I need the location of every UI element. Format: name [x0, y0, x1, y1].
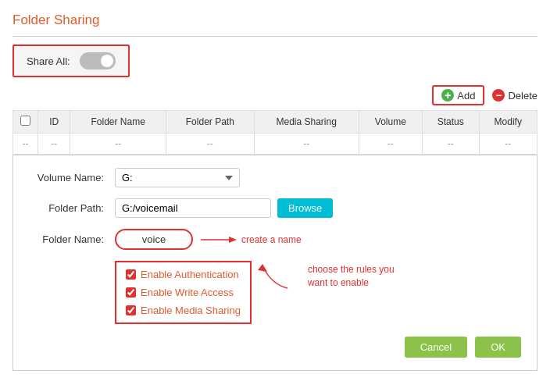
- enable-media-checkbox[interactable]: [126, 305, 136, 315]
- svg-marker-2: [258, 264, 267, 272]
- create-annotation: create a name: [199, 233, 302, 246]
- folder-name-row: Folder Name: create a name: [29, 229, 521, 250]
- enable-auth-label: Enable Authentication: [141, 269, 239, 280]
- checkbox-section: Enable Authentication Enable Write Acces…: [115, 261, 252, 324]
- ok-button[interactable]: OK: [475, 337, 521, 358]
- volume-label: Volume Name:: [29, 172, 115, 184]
- share-all-section: Share All:: [12, 45, 130, 77]
- cell-modify: --: [479, 134, 538, 155]
- col-checkbox[interactable]: [13, 111, 38, 134]
- cell-media: --: [254, 134, 359, 155]
- cell-folder-name: --: [70, 134, 166, 155]
- form-panel: Volume Name: G: Folder Path: Browse Fold…: [12, 155, 538, 371]
- enable-write-checkbox[interactable]: [126, 287, 136, 298]
- share-all-label: Share All:: [27, 55, 70, 67]
- col-folder-name: Folder Name: [70, 111, 166, 134]
- add-icon: +: [441, 89, 454, 102]
- col-id: ID: [38, 111, 70, 134]
- add-label: Add: [457, 90, 475, 102]
- folder-path-input[interactable]: [115, 198, 271, 218]
- arrow-icon: [199, 233, 237, 246]
- table-body: -- -- -- -- -- -- -- --: [13, 134, 538, 155]
- add-button[interactable]: + Add: [432, 85, 484, 105]
- folder-table: ID Folder Name Folder Path Media Sharing…: [12, 110, 538, 155]
- delete-label: Delete: [508, 90, 538, 102]
- col-modify: Modify: [479, 111, 538, 134]
- table-header: ID Folder Name Folder Path Media Sharing…: [13, 111, 538, 134]
- toolbar: + Add − Delete: [12, 85, 538, 105]
- volume-row: Volume Name: G:: [29, 168, 521, 187]
- volume-select[interactable]: G:: [115, 168, 240, 187]
- col-folder-path: Folder Path: [166, 111, 254, 134]
- share-all-toggle[interactable]: [80, 52, 116, 69]
- create-text: create a name: [241, 234, 302, 245]
- enable-write-label: Enable Write Access: [141, 287, 234, 298]
- select-all-checkbox[interactable]: [20, 116, 30, 126]
- enable-auth-checkbox[interactable]: [126, 269, 136, 280]
- form-footer: Cancel OK: [29, 337, 521, 358]
- cancel-button[interactable]: Cancel: [405, 337, 467, 358]
- enable-auth-row: Enable Authentication: [126, 269, 241, 280]
- col-media-sharing: Media Sharing: [254, 111, 359, 134]
- rules-arrow-icon: [256, 261, 295, 292]
- folder-path-group: Browse: [115, 198, 521, 218]
- delete-button[interactable]: − Delete: [492, 89, 538, 102]
- folder-name-label: Folder Name:: [29, 233, 115, 245]
- col-volume: Volume: [359, 111, 422, 134]
- cell-empty: --: [13, 134, 38, 155]
- rules-annotation-wrapper: choose the rules you want to enable: [256, 261, 409, 292]
- folder-path-row: Folder Path: Browse: [29, 198, 521, 218]
- checkboxes-row: Enable Authentication Enable Write Acces…: [29, 261, 521, 324]
- browse-button[interactable]: Browse: [277, 198, 333, 218]
- delete-icon: −: [492, 89, 505, 102]
- cell-volume: --: [359, 134, 422, 155]
- folder-path-label: Folder Path:: [29, 202, 115, 214]
- cell-status: --: [422, 134, 479, 155]
- volume-control: G:: [115, 168, 521, 187]
- cell-id: --: [38, 134, 70, 155]
- title-divider: [12, 36, 538, 37]
- cell-folder-path: --: [166, 134, 254, 155]
- svg-marker-1: [229, 237, 237, 243]
- checkboxes-group: Enable Authentication Enable Write Acces…: [115, 261, 521, 324]
- col-status: Status: [422, 111, 479, 134]
- table-row: -- -- -- -- -- -- -- --: [13, 134, 538, 155]
- folder-name-group: create a name: [115, 229, 521, 250]
- folder-name-input[interactable]: [115, 229, 193, 250]
- enable-media-label: Enable Media Sharing: [141, 305, 241, 316]
- rules-annotation-text: choose the rules you want to enable: [308, 263, 409, 290]
- table-header-row: ID Folder Name Folder Path Media Sharing…: [13, 111, 538, 134]
- enable-write-row: Enable Write Access: [126, 287, 241, 298]
- page-title: Folder Sharing: [12, 12, 538, 28]
- enable-media-row: Enable Media Sharing: [126, 305, 241, 316]
